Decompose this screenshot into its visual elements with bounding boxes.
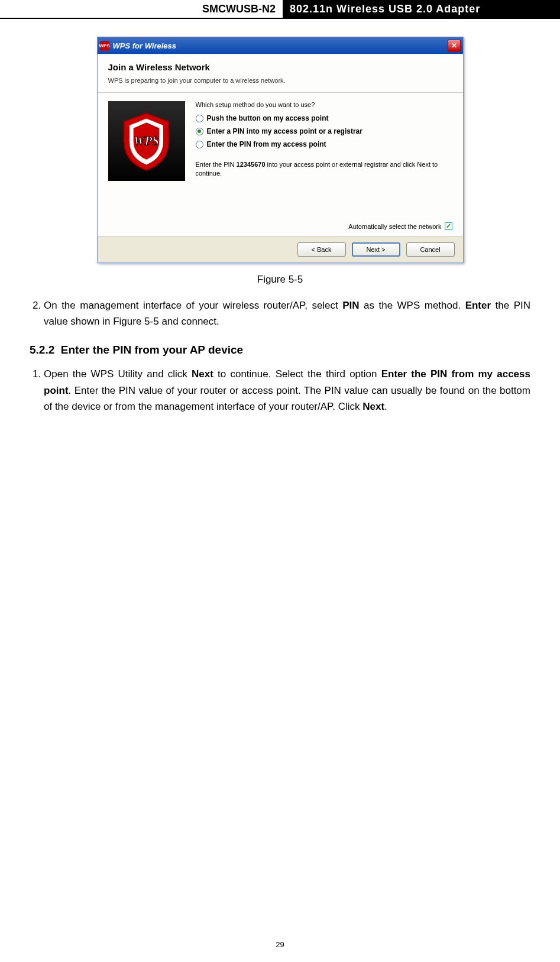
button-bar: < Back Next > Cancel [98,236,463,263]
radio-icon [196,141,203,148]
pin-instruction: Enter the PIN 12345670 into your access … [196,160,452,179]
titlebar: WPS WPS for Wireless ✕ [98,37,463,54]
wps-shield-text: WPS [134,134,159,148]
step-list-2: On the management interface of your wire… [30,297,530,329]
pin-value: 12345670 [237,161,266,168]
back-button[interactable]: < Back [297,242,346,257]
join-subtitle: WPS is preparing to join your computer t… [108,77,452,84]
setup-question: Which setup method do you want to use? [196,101,452,108]
step-list-1: Open the WPS Utility and click Next to c… [30,366,530,414]
radio-icon [196,115,203,122]
join-title: Join a Wireless Network [108,62,452,72]
section-heading: 5.2.2 Enter the PIN from your AP device [30,344,530,357]
cancel-button[interactable]: Cancel [406,242,455,257]
step-1: Open the WPS Utility and click Next to c… [44,366,530,414]
radio-enter-pin-from-ap[interactable]: Enter the PIN from my access point [196,140,452,148]
next-button[interactable]: Next > [352,242,400,257]
auto-select-label: Automatically select the network [348,223,441,230]
dialog-body: Join a Wireless Network WPS is preparing… [98,54,463,236]
close-icon[interactable]: ✕ [448,40,461,51]
radio-enter-pin-into-ap[interactable]: Enter a PIN into my access point or a re… [196,127,452,135]
page-number: 29 [0,940,560,949]
wps-icon: WPS [100,41,109,50]
auto-select-row: Automatically select the network ✓ [108,222,452,230]
radio-push-button[interactable]: Push the button on my access point [196,114,452,122]
figure-label: Figure 5-5 [30,274,530,286]
wps-dialog: WPS WPS for Wireless ✕ Join a Wireless N… [97,37,464,263]
page-content: WPS WPS for Wireless ✕ Join a Wireless N… [0,19,560,446]
radio-label: Enter the PIN from my access point [207,140,326,148]
step-2: On the management interface of your wire… [44,297,530,329]
radio-icon [196,128,203,135]
radio-label: Push the button on my access point [207,114,329,122]
divider [98,92,463,93]
wps-logo-image: WPS [108,101,185,181]
header-product: 802.11n Wireless USB 2.0 Adapter [283,0,560,18]
radio-label: Enter a PIN into my access point or a re… [207,127,362,135]
auto-select-checkbox[interactable]: ✓ [445,222,452,230]
header-model: SMCWUSB-N2 [195,0,283,18]
page-header: SMCWUSB-N2 802.11n Wireless USB 2.0 Adap… [0,0,560,19]
window-title: WPS for Wireless [113,41,448,50]
